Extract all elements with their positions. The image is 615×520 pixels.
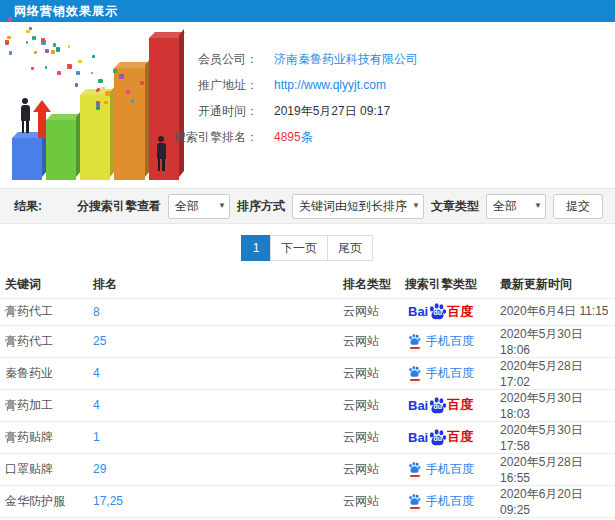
info-row-3: 开通时间：2019年5月27日 09:17 [140,98,418,124]
column-header-4: 搜索引擎类型 [400,272,495,298]
info-value-text: 2019年5月27日 09:17 [274,103,390,120]
column-header-3: 排名类型 [338,272,400,298]
engine-cell: Baidu百度 [400,389,495,421]
filter-groups: 分搜索引擎查看全部▼排序方式关键词由短到长排序▼文章类型全部▼提交 [77,194,603,219]
mobile-baidu-label: 手机百度 [426,365,474,382]
mobile-baidu-label: 手机百度 [426,461,474,478]
confetti-dot [26,41,29,44]
baidu-paw-icon: du [428,428,447,447]
search-engine-label: 分搜索引擎查看 [77,198,161,215]
confetti-dot [53,43,57,47]
keyword-cell: 口罩贴牌 [0,453,88,485]
table-header-row: 关键词排名排名类型搜索引擎类型最新更新时间 [0,272,615,298]
confetti-dot [92,55,95,58]
confetti-dot [45,49,49,53]
baidu-logo-cn: 百度 [447,303,473,321]
baidu-logo-bai: Bai [408,304,428,319]
rank-link[interactable]: 4 [93,366,100,380]
column-header-5: 最新更新时间 [495,272,615,298]
table-row: 膏药贴牌1云网站Baidu百度2020年5月30日 17:58 [0,421,615,453]
rank-cell: 4 [88,357,338,389]
table-row: 膏药代工25云网站手机百度2020年5月30日 18:06 [0,325,615,357]
confetti-dot [102,87,105,90]
page-button-尾页[interactable]: 尾页 [327,235,373,261]
rank-link[interactable]: 17,25 [93,494,123,508]
sort-select[interactable]: 关键词由短到长排序 [292,194,424,219]
engine-cell: Baidu百度 [400,421,495,453]
rank-link[interactable]: 8 [93,305,100,319]
submit-button[interactable]: 提交 [553,194,603,219]
keyword-ranking-table: 关键词排名排名类型搜索引擎类型最新更新时间 膏药代工8云网站Baidu百度202… [0,272,615,520]
search-engine-select[interactable]: 全部 [168,194,230,219]
table-row: 金华防护服17,25云网站手机百度2020年6月20日 09:25 [0,485,615,517]
confetti-dot [78,60,82,64]
article-type-label: 文章类型 [431,198,479,215]
rank-link[interactable]: 25 [93,334,106,348]
confetti-dot [9,51,13,55]
result-section-label: 结果: [14,198,42,215]
info-row-1: 会员公司：济南秦鲁药业科技有限公司 [140,46,418,72]
window-title-bar: 网络营销效果展示 [0,0,615,22]
result-filter-bar: 结果: 分搜索引擎查看全部▼排序方式关键词由短到长排序▼文章类型全部▼提交 [0,188,615,224]
column-header-2: 排名 [88,272,338,298]
sort-label: 排序方式 [237,198,285,215]
confetti-dot [91,72,94,75]
confetti-dot [68,45,71,48]
confetti-dot [96,106,100,110]
rank-type-cell: 云网站 [338,357,400,389]
page-button-下一页[interactable]: 下一页 [270,235,328,261]
mobile-baidu-logo: 手机百度 [408,365,474,382]
rank-link[interactable]: 4 [93,398,100,412]
rank-link[interactable]: 29 [93,462,106,476]
keyword-cell: 膏药代工 [0,325,88,357]
rank-cell: 25 [88,325,338,357]
info-label: 搜索引擎排名： [140,129,258,146]
confetti-dot [32,36,36,40]
confetti-dot [67,64,72,69]
rank-count-number: 4895 [274,130,301,144]
confetti-dot [119,74,124,79]
rank-type-cell: 云网站 [338,453,400,485]
mobile-baidu-logo: 手机百度 [408,333,474,350]
confetti-dot [5,40,9,44]
confetti-dot [97,88,100,91]
mobile-baidu-logo: 手机百度 [408,461,474,478]
rank-count-unit[interactable]: 条 [301,130,313,144]
chart-bar-3 [80,95,110,180]
confetti-dot [131,100,134,103]
table-row: 膏药加工4云网站Baidu百度2020年5月30日 18:03 [0,389,615,421]
page-button-current[interactable]: 1 [241,235,271,261]
keyword-cell: 膏药贴牌 [0,421,88,453]
confetti-dot [75,83,79,87]
baidu-logo-bai: Bai [408,430,428,445]
confetti-dot [8,17,12,21]
info-value-link[interactable]: 济南秦鲁药业科技有限公司 [274,51,418,68]
table-row: 秦鲁药业4云网站手机百度2020年5月28日 17:02 [0,357,615,389]
engine-cell: Baidu百度 [400,298,495,325]
pagination: 1下一页尾页 [0,224,615,272]
rank-cell: 4 [88,389,338,421]
confetti-dot [45,66,48,69]
column-header-1: 关键词 [0,272,88,298]
mobile-baidu-paw-icon [408,365,421,381]
rank-type-cell: 云网站 [338,389,400,421]
baidu-logo-du: du [433,309,442,316]
article-type-select[interactable]: 全部 [486,194,546,219]
table-body: 膏药代工8云网站Baidu百度2020年6月4日 11:15膏药代工25云网站手… [0,298,615,520]
mobile-baidu-label: 手机百度 [426,493,474,510]
mobile-baidu-paw-icon [408,461,421,477]
keyword-cell: 金华防护服 [0,485,88,517]
info-list: 会员公司：济南秦鲁药业科技有限公司推广地址：http://www.qlyyjt.… [140,46,418,150]
rank-type-cell: 云网站 [338,298,400,325]
rank-link[interactable]: 1 [93,430,100,444]
baidu-logo-du: du [433,402,442,409]
confetti-dot [104,101,108,105]
info-value-link[interactable]: http://www.qlyyjt.com [274,78,386,92]
keyword-cell: 膏药代工 [0,298,88,325]
baidu-paw-icon: du [428,396,447,415]
confetti-dot [34,51,37,54]
chart-bar-1 [12,138,42,180]
baidu-logo: Baidu百度 [408,302,473,321]
person-figure-left [18,98,32,133]
member-info-section: 会员公司：济南秦鲁药业科技有限公司推广地址：http://www.qlyyjt.… [0,22,615,188]
